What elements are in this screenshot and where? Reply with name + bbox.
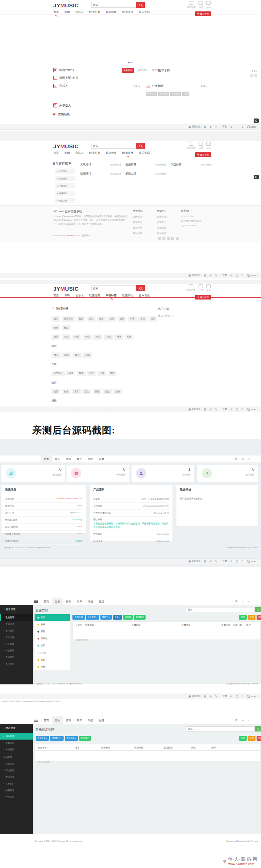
admin-nav-tab[interactable]: 应用	[96, 455, 107, 463]
home-icon[interactable]: ⌂	[248, 719, 250, 722]
admin-nav-tab[interactable]: 首页	[41, 455, 52, 463]
next-arrow[interactable]	[254, 74, 257, 77]
nav-item[interactable]: 歌曲排行	[122, 10, 133, 14]
sidebar-item[interactable]: 广告管理	[0, 794, 33, 800]
daily-recommend-badge[interactable]: 每日推荐	[195, 152, 211, 157]
tag-chip[interactable]: 影视	[87, 371, 96, 376]
admin-nav-tab[interactable]: 资讯	[63, 598, 74, 606]
board-more-link[interactable]: 查看完整榜单	[155, 173, 167, 175]
nav-item[interactable]: 音乐资讯	[139, 294, 150, 297]
account-link[interactable]: 上传	[199, 142, 203, 149]
tag-chip[interactable]: 70后	[104, 334, 113, 340]
zoom-out-icon[interactable]: ⊖	[230, 560, 232, 563]
nav-item[interactable]: 专辑	[64, 151, 70, 155]
fit-icon[interactable]: ▢	[236, 408, 238, 411]
zoom-out-icon[interactable]: ⊖	[230, 274, 232, 277]
admin-nav-tab[interactable]: 音乐	[52, 455, 63, 463]
tag-chip[interactable]: 80后	[93, 334, 103, 340]
zoom-out-icon[interactable]: ⊖	[230, 408, 232, 411]
tag-chip[interactable]: 感动	[113, 389, 122, 394]
fullscreen-icon[interactable]: ×	[242, 719, 244, 722]
screenshot-camera-icon[interactable]	[254, 118, 259, 123]
tag-chip[interactable]: 驾车	[128, 316, 137, 322]
sidebar-item[interactable]: 标签管理	[0, 647, 33, 654]
tag-chip[interactable]: 感动	[51, 325, 60, 330]
nav-item[interactable]: 歌曲分类	[89, 294, 100, 297]
admin-search-button[interactable]	[255, 726, 261, 731]
search-input[interactable]	[91, 285, 136, 291]
action-button[interactable]: 批量 ▾	[113, 615, 122, 620]
category-tag[interactable]: 内地精选	[146, 92, 157, 96]
wechat-icon[interactable]	[162, 237, 165, 240]
tag-chip[interactable]: 经典	[97, 371, 106, 376]
admin-nav-tab[interactable]: 系统	[85, 598, 96, 606]
footer-link[interactable]: 认证音乐人	[157, 215, 168, 219]
qq-icon[interactable]	[167, 237, 170, 240]
weibo-icon[interactable]	[158, 237, 161, 240]
board-more-link[interactable]: 查看完整榜单	[110, 164, 121, 166]
account-link[interactable]: 认证	[206, 1, 211, 8]
gear-icon[interactable]: ⚙	[235, 719, 237, 722]
search-button[interactable]	[136, 2, 145, 8]
tag-chip[interactable]: 伤感	[62, 389, 71, 394]
action-button[interactable]: 设置音质 ▾	[86, 615, 99, 620]
sidebar-item[interactable]: 评论管理	[0, 767, 33, 774]
tag-chip[interactable]: 70后	[51, 352, 61, 358]
nav-item[interactable]: 音乐资讯	[139, 10, 150, 14]
sidebar-item[interactable]: 演示管理	[0, 733, 33, 740]
state-button[interactable]: 启用	[239, 615, 247, 620]
action-button[interactable]: 全选/反选	[72, 615, 85, 620]
state-button[interactable]: 删除	[257, 615, 261, 620]
rss-icon[interactable]	[176, 237, 179, 240]
slideshow-button[interactable]: ▣幻灯浏览	[189, 274, 201, 277]
tag-chip[interactable]: 想哭	[51, 316, 60, 322]
tag-chip[interactable]: 00后	[72, 334, 82, 340]
sidebar-item[interactable]: 音乐分类	[0, 634, 33, 641]
admin-nav-tab[interactable]: 资讯	[63, 716, 74, 724]
action-button[interactable]: 新增演示	[79, 736, 91, 741]
top12-tab[interactable]: 热门试听	[136, 68, 148, 73]
zoom-out-icon[interactable]: ⊖	[230, 125, 232, 128]
fit-icon[interactable]: ▢	[236, 560, 238, 563]
nav-item[interactable]: 首页	[53, 294, 59, 297]
qzone-icon[interactable]	[171, 237, 174, 240]
search-button[interactable]	[136, 143, 145, 149]
rotate-icon[interactable]: ↻	[242, 125, 244, 128]
state-button[interactable]: 禁用	[248, 736, 255, 741]
category-filter[interactable]: 原创	[35, 656, 70, 663]
rank-side-item[interactable]: 下载排行	[55, 183, 75, 188]
menu-icon[interactable]	[34, 458, 38, 460]
tag-chip[interactable]: 想起	[62, 325, 71, 330]
sidebar-item[interactable]: 关于我们	[0, 780, 33, 787]
admin-nav-tab[interactable]: 音乐	[52, 716, 63, 724]
screenshot-camera-icon[interactable]	[254, 175, 259, 179]
add-icon[interactable]: ⊕	[210, 408, 212, 411]
site-logo[interactable]: JYMUSIC	[53, 286, 79, 292]
site-logo[interactable]: JYMUSIC	[53, 2, 79, 8]
tag-chip[interactable]: 校园	[77, 371, 86, 376]
admin-nav-tab[interactable]: 用户	[74, 598, 85, 606]
rotate-icon[interactable]: ↻	[242, 408, 244, 411]
board-more-link[interactable]: 查看完整榜单	[155, 164, 167, 166]
rank-side-item[interactable]: 最新上传	[55, 198, 75, 203]
footer-link[interactable]: 常见问题	[157, 226, 168, 230]
footer-link[interactable]: 友情链接	[133, 215, 143, 219]
fit-icon[interactable]: ▢	[236, 695, 238, 698]
state-button[interactable]: 禁用	[248, 615, 255, 620]
sidebar-item[interactable]: 艺人类型	[0, 660, 33, 667]
nav-item[interactable]: 风格标签	[106, 294, 117, 297]
fullscreen-icon[interactable]: ×	[242, 457, 244, 461]
home-icon[interactable]: ⌂	[248, 600, 250, 603]
nav-item[interactable]: 歌曲分类	[89, 151, 100, 155]
daily-recommend-badge[interactable]: 每日推荐	[195, 295, 211, 300]
download-button[interactable]: ↓下载	[221, 408, 227, 411]
sidebar-item[interactable]: 专辑类型	[0, 654, 33, 660]
gear-icon[interactable]: ⚙	[235, 457, 237, 461]
nav-item[interactable]: 歌曲分类	[89, 10, 100, 14]
admin-nav-tab[interactable]: 用户	[74, 455, 85, 463]
rotate-icon[interactable]: ↻	[242, 274, 244, 277]
tag-chip[interactable]: 想哭	[51, 389, 60, 394]
add-icon[interactable]: ⊕	[210, 695, 212, 698]
sidebar-item[interactable]: 内容管理	[0, 787, 33, 794]
admin-nav-tab[interactable]: 首页	[41, 598, 52, 606]
